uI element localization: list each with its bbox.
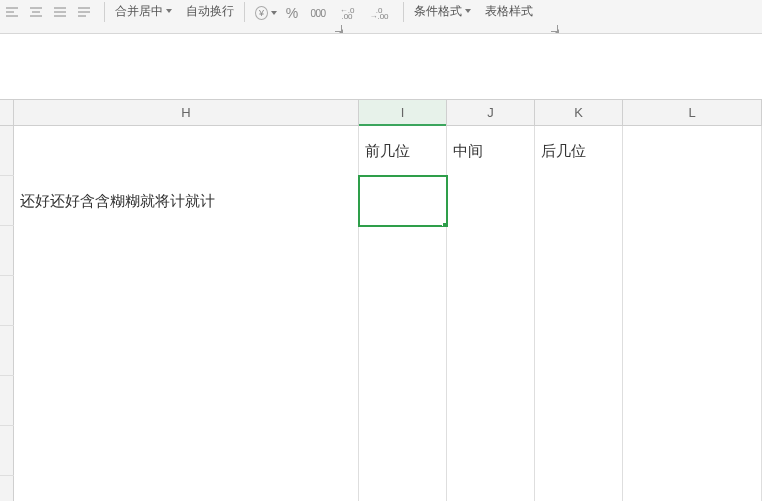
separator (244, 2, 245, 22)
row-header[interactable] (0, 126, 14, 175)
wrap-text-button[interactable]: 自动换行 (184, 0, 236, 22)
cell-H1[interactable] (14, 126, 359, 176)
cell[interactable] (447, 376, 535, 426)
number-format-group: ¥ % 000 ←.0 .00 .0 →.00 (253, 2, 395, 24)
separator (403, 2, 404, 22)
cell-K2[interactable] (535, 176, 623, 226)
cell[interactable] (14, 326, 359, 376)
merge-center-label: 合并居中 (115, 3, 163, 20)
cell[interactable] (359, 426, 447, 476)
cell[interactable] (359, 326, 447, 376)
percent-icon: % (286, 5, 298, 21)
row: 还好还好含含糊糊就将计就计 (0, 176, 762, 226)
currency-icon: ¥ (255, 6, 268, 20)
cell[interactable] (535, 326, 623, 376)
cell[interactable] (447, 276, 535, 326)
cell[interactable] (535, 276, 623, 326)
cell-I2[interactable] (359, 176, 447, 226)
cell[interactable] (535, 426, 623, 476)
cell-H2[interactable]: 还好还好含含糊糊就将计就计 (14, 176, 359, 226)
align-top-left-icon[interactable] (3, 4, 21, 22)
row-header[interactable] (0, 426, 14, 475)
currency-button[interactable]: ¥ (255, 2, 277, 24)
row (0, 476, 762, 501)
cell[interactable] (14, 376, 359, 426)
cell[interactable] (623, 376, 762, 426)
thousands-icon: 000 (310, 8, 325, 19)
cell[interactable] (14, 276, 359, 326)
separator (104, 2, 105, 22)
cell-L1[interactable] (623, 126, 762, 176)
group-expand-icon[interactable] (332, 22, 342, 32)
column-header-H[interactable]: H (14, 100, 359, 125)
row: 前几位 中间 后几位 (0, 126, 762, 176)
cell[interactable] (623, 226, 762, 276)
dropdown-caret-icon (465, 9, 471, 13)
cell[interactable] (14, 476, 359, 501)
wrap-text-label: 自动换行 (186, 3, 234, 20)
corner-spacer (0, 100, 14, 125)
align-center-icon[interactable] (27, 4, 45, 22)
increase-decimal-button[interactable]: ←.0 .00 (333, 2, 361, 24)
cell[interactable] (535, 476, 623, 501)
table-style-button[interactable]: 表格样式 (483, 0, 535, 22)
cell-J2[interactable] (447, 176, 535, 226)
table-style-label: 表格样式 (485, 3, 533, 20)
cell[interactable] (359, 276, 447, 326)
row-header[interactable] (0, 226, 14, 275)
row-header[interactable] (0, 376, 14, 425)
dropdown-caret-icon (271, 11, 277, 15)
decrease-decimal-button[interactable]: .0 →.00 (365, 2, 393, 24)
cell[interactable] (447, 426, 535, 476)
cell[interactable] (623, 426, 762, 476)
cell[interactable] (623, 476, 762, 501)
percent-button[interactable]: % (281, 2, 303, 24)
row (0, 276, 762, 326)
align-distribute-icon[interactable] (75, 4, 93, 22)
row-header[interactable] (0, 326, 14, 375)
row-header[interactable] (0, 276, 14, 325)
align-justify-icon[interactable] (51, 4, 69, 22)
cell[interactable] (535, 226, 623, 276)
grid-rows: 前几位 中间 后几位 还好还好含含糊糊就将计就计 (0, 126, 762, 501)
cell-K1[interactable]: 后几位 (535, 126, 623, 176)
cell[interactable] (359, 226, 447, 276)
cell[interactable] (359, 376, 447, 426)
dropdown-caret-icon (166, 9, 172, 13)
formula-bar-area (0, 34, 762, 99)
column-header-I[interactable]: I (359, 100, 447, 125)
cell[interactable] (535, 376, 623, 426)
cell[interactable] (623, 326, 762, 376)
cell[interactable] (447, 326, 535, 376)
cell[interactable] (359, 476, 447, 501)
merge-center-button[interactable]: 合并居中 (113, 0, 174, 22)
alignment-group (0, 2, 96, 24)
column-header-J[interactable]: J (447, 100, 535, 125)
conditional-format-button[interactable]: 条件格式 (412, 0, 473, 22)
column-header-row: H I J K L (0, 99, 762, 126)
cell[interactable] (447, 226, 535, 276)
thousands-button[interactable]: 000 (307, 2, 329, 24)
ribbon-toolbar: 合并居中 自动换行 ¥ % 000 ←.0 .00 .0 →.00 条件格式 (0, 0, 762, 34)
cell-J1[interactable]: 中间 (447, 126, 535, 176)
cell[interactable] (447, 476, 535, 501)
cell-L2[interactable] (623, 176, 762, 226)
spreadsheet-grid[interactable]: H I J K L 前几位 中间 后几位 还好还好含含糊糊就将计就计 (0, 99, 762, 501)
group-expand-icon[interactable] (548, 22, 558, 32)
cell[interactable] (623, 276, 762, 326)
row (0, 426, 762, 476)
cell-I1[interactable]: 前几位 (359, 126, 447, 176)
row (0, 376, 762, 426)
column-header-L[interactable]: L (623, 100, 762, 125)
row-header[interactable] (0, 176, 14, 225)
cell[interactable] (14, 226, 359, 276)
row-header[interactable] (0, 476, 14, 501)
row (0, 226, 762, 276)
conditional-format-label: 条件格式 (414, 3, 462, 20)
fill-handle[interactable] (443, 223, 447, 226)
cell[interactable] (14, 426, 359, 476)
row (0, 326, 762, 376)
column-header-K[interactable]: K (535, 100, 623, 125)
